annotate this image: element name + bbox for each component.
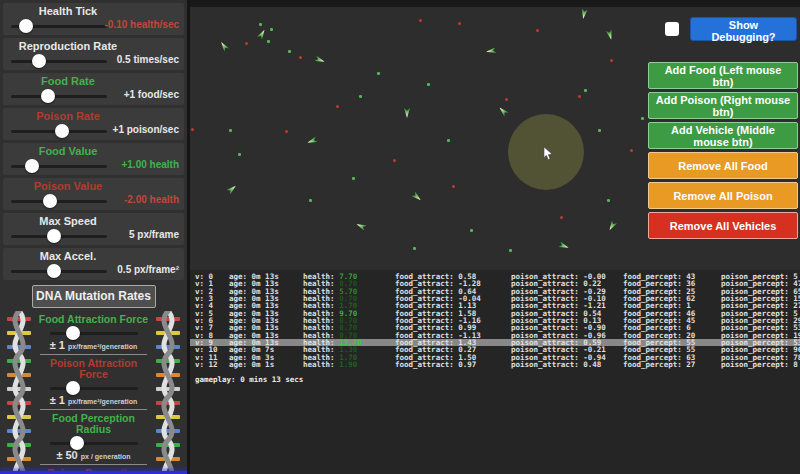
slider-track[interactable] xyxy=(11,25,107,28)
poison-dot xyxy=(610,59,613,62)
slider-track[interactable] xyxy=(11,130,107,133)
vehicle-triangle xyxy=(355,221,367,231)
console-cell: food_attract: 0.97 xyxy=(395,361,511,368)
slider-track[interactable] xyxy=(11,200,107,203)
mutation-slider-poison-attraction-force: Poison Attraction Force ± 1 px/frame²/ge… xyxy=(36,358,151,410)
slider-handle[interactable] xyxy=(32,54,46,68)
poison-dot xyxy=(245,42,248,45)
vehicle-triangle xyxy=(411,191,423,202)
poison-dot xyxy=(458,22,461,25)
console-row[interactable]: v: 5age: 0m 13shealth: 9.70food_attract:… xyxy=(190,310,800,317)
console-cell: v: 12 xyxy=(195,361,229,368)
console-row[interactable]: v: 7age: 0m 13shealth: 0.70food_attract:… xyxy=(190,324,800,331)
dna-helix-icon xyxy=(1,311,37,474)
slider-group-reproduction-rate: Reproduction Rate 0.5 times/sec xyxy=(3,38,184,70)
console-row[interactable]: v: 1age: 0m 13shealth: 0.70food_attract:… xyxy=(190,280,800,287)
console-row[interactable]: v: 11age: 0m 3shealth: 1.70food_attract:… xyxy=(190,354,800,361)
poison-dot xyxy=(560,216,563,219)
slider-group-poison-value: Poison Value -2.00 health xyxy=(3,178,184,210)
food-dot xyxy=(509,249,512,252)
slider-track[interactable] xyxy=(11,95,107,98)
remove-all-vehicles-button[interactable]: Remove All Vehicles xyxy=(648,212,798,239)
slider-track[interactable] xyxy=(11,60,107,63)
console-row[interactable]: v: 10age: 0m 7shealth: 1.30food_attract:… xyxy=(190,346,800,353)
food-dot xyxy=(267,40,270,43)
console-row[interactable]: v: 9age: 0m 13shealth: 13.70food_attract… xyxy=(190,339,800,346)
slider-handle[interactable] xyxy=(41,89,55,103)
slider-value: -2.00 health xyxy=(97,194,179,205)
mutation-slider-value: ± 1 px/frame²/generation xyxy=(40,339,147,355)
show-debugging-checkbox[interactable] xyxy=(665,22,679,36)
remove-all-poison-button[interactable]: Remove All Poison xyxy=(648,182,798,209)
slider-handle[interactable] xyxy=(19,19,33,33)
slider-label: Poison Value xyxy=(3,179,133,193)
slider-track[interactable] xyxy=(11,235,107,238)
add-vehicle-button[interactable]: Add Vehicle (Middle mouse btn) xyxy=(648,122,798,149)
show-debugging-button[interactable]: Show Debugging? xyxy=(690,17,797,41)
mutation-slider-label: Food Attraction Force xyxy=(38,314,150,325)
gameplay-timer: gameplay: 0 mins 13 secs xyxy=(195,375,800,384)
console-row-list: v: 0age: 0m 13shealth: 7.70food_attract:… xyxy=(190,270,800,368)
slider-label: Reproduction Rate xyxy=(3,39,133,53)
slider-label: Max Speed xyxy=(3,214,133,228)
slider-handle[interactable] xyxy=(47,264,61,278)
slider-track[interactable] xyxy=(11,165,107,168)
food-dot xyxy=(309,199,312,202)
vehicle-triangle xyxy=(606,29,614,40)
slider-label: Max Accel. xyxy=(3,249,133,263)
mutation-slider-handle[interactable] xyxy=(66,326,80,340)
slider-value: -0.10 health/sec xyxy=(97,19,179,30)
food-dot xyxy=(470,229,473,232)
console-row[interactable]: v: 2age: 0m 13shealth: 5.70food_attract:… xyxy=(190,288,800,295)
food-dot xyxy=(359,95,362,98)
poison-dot xyxy=(285,130,288,133)
slider-value: +1.00 health xyxy=(97,159,179,170)
console-row[interactable]: v: 12age: 0m 1shealth: 1.90food_attract:… xyxy=(190,361,800,368)
mutation-slider-value: ± 50 px / generation xyxy=(40,449,147,465)
debug-console: v: 0age: 0m 13shealth: 7.70food_attract:… xyxy=(190,270,800,474)
vehicle-triangle xyxy=(306,136,317,145)
evolution-simulator-app: Health Tick -0.10 health/sec Reproductio… xyxy=(0,0,800,474)
console-cell: age: 0m 1s xyxy=(229,361,303,368)
slider-group-health-tick: Health Tick -0.10 health/sec xyxy=(3,3,184,35)
action-panel: Show Debugging? Add Food (Left mouse btn… xyxy=(648,17,799,242)
slider-track[interactable] xyxy=(11,270,107,273)
slider-label: Food Value xyxy=(3,144,133,158)
poison-dot xyxy=(578,95,581,98)
slider-label: Health Tick xyxy=(3,4,133,18)
mutation-slider-track[interactable] xyxy=(50,442,138,445)
slider-handle[interactable] xyxy=(25,159,39,173)
console-row[interactable]: v: 3age: 0m 13shealth: 0.70food_attract:… xyxy=(190,295,800,302)
add-poison-button[interactable]: Add Poison (Right mouse btn) xyxy=(648,92,798,119)
food-dot xyxy=(641,117,644,120)
vehicle-triangle xyxy=(607,220,617,232)
mutation-slider-food-perception-radius: Food Perception Radius ± 50 px / generat… xyxy=(36,413,151,465)
mutation-slider-track[interactable] xyxy=(50,332,138,335)
poison-dot xyxy=(630,149,633,152)
console-row[interactable]: v: 4age: 0m 13shealth: 1.70food_attract:… xyxy=(190,302,800,309)
vehicle-triangle xyxy=(497,105,508,116)
console-row[interactable]: v: 6age: 0m 13shealth: 0.70food_attract:… xyxy=(190,317,800,324)
console-cell: poison_attract: 0.48 xyxy=(511,361,623,368)
food-dot xyxy=(584,89,587,92)
panel-button-list: Add Food (Left mouse btn)Add Poison (Rig… xyxy=(648,62,799,239)
food-dot xyxy=(377,72,380,75)
mutation-slider-handle[interactable] xyxy=(66,381,80,395)
slider-handle[interactable] xyxy=(47,229,61,243)
slider-handle[interactable] xyxy=(55,124,69,138)
mutation-slider-list: Food Attraction Force ± 1 px/frame²/gene… xyxy=(36,311,151,474)
dna-mutation-rates-header: DNA Mutation Rates xyxy=(32,285,156,308)
remove-all-food-button[interactable]: Remove All Food xyxy=(648,152,798,179)
vehicle-triangle xyxy=(314,55,325,64)
mutation-slider-handle[interactable] xyxy=(70,436,84,450)
food-dot xyxy=(413,247,416,250)
add-food-button[interactable]: Add Food (Left mouse btn) xyxy=(648,62,798,89)
slider-handle[interactable] xyxy=(43,194,57,208)
slider-value: +1 food/sec xyxy=(97,89,179,100)
slider-group-max-speed: Max Speed 5 px/frame xyxy=(3,213,184,245)
console-row[interactable]: v: 8age: 0m 13shealth: 0.70food_attract:… xyxy=(190,332,800,339)
slider-group-poison-rate: Poison Rate +1 poison/sec xyxy=(3,108,184,140)
console-row[interactable]: v: 0age: 0m 13shealth: 7.70food_attract:… xyxy=(190,273,800,280)
slider-label: Poison Rate xyxy=(3,109,133,123)
mutation-slider-track[interactable] xyxy=(50,387,138,390)
